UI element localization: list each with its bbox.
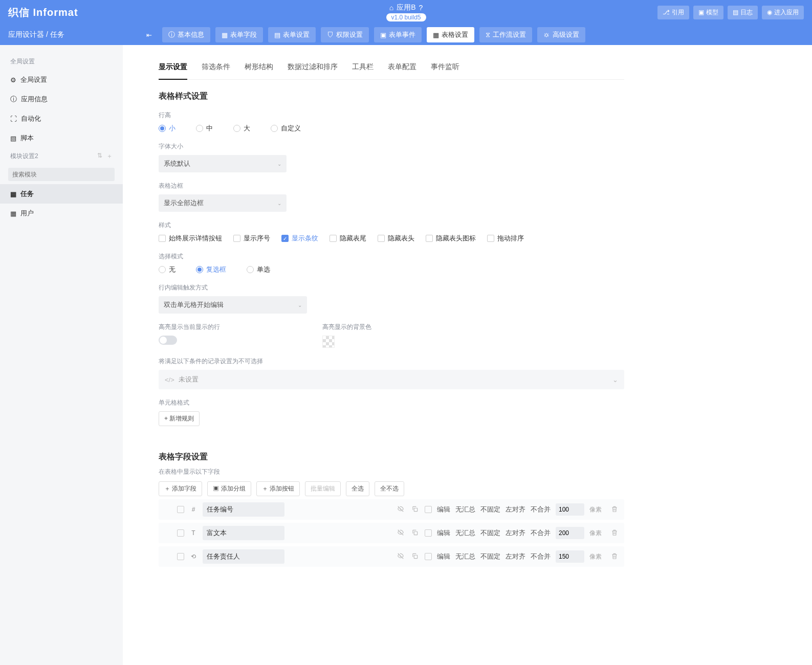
font-size-select[interactable]: 系统默认⌄ (159, 155, 287, 172)
row-height-custom[interactable]: 自定义 (271, 124, 301, 133)
sidebar-item-user[interactable]: ▦用户 (0, 204, 123, 223)
model-button[interactable]: ▣模型 (693, 6, 723, 19)
home-icon[interactable]: ⌂ (389, 4, 393, 12)
add-field-button[interactable]: ＋ 添加字段 (159, 481, 202, 496)
row-checkbox[interactable] (177, 529, 184, 537)
border-select[interactable]: 显示全部边框⌄ (159, 194, 287, 212)
fixed-select[interactable]: 不固定 (480, 528, 500, 538)
row-height-small[interactable]: 小 (159, 124, 175, 133)
sort-icon[interactable]: ⇅ (97, 152, 102, 161)
edit-checkbox[interactable] (425, 506, 432, 513)
merge-select[interactable]: 不合并 (531, 552, 551, 561)
subtab-tree[interactable]: 树形结构 (245, 57, 273, 79)
search-input[interactable] (8, 168, 115, 181)
summary-select[interactable]: 无汇总 (455, 505, 475, 514)
highlight-row-toggle[interactable] (159, 336, 177, 345)
sidebar-item-appinfo[interactable]: ⓘ应用信息 (0, 90, 123, 109)
version-pill[interactable]: v1.0 build5 (386, 13, 426, 21)
table-row[interactable]: ⋮⋮⟲任务责任人编辑无汇总不固定左对齐不合并像素 (159, 546, 624, 567)
help-icon[interactable]: ? (419, 4, 423, 12)
sidebar-item-global[interactable]: ⚙全局设置 (0, 70, 123, 90)
sidebar-item-automation[interactable]: ⛶自动化 (0, 109, 123, 128)
subtab-formcfg[interactable]: 表单配置 (388, 57, 416, 79)
subtab-filter[interactable]: 筛选条件 (202, 57, 230, 79)
copy-icon[interactable] (410, 505, 420, 514)
add-group-button[interactable]: ▣ 添加分组 (207, 481, 251, 496)
color-picker[interactable] (322, 336, 335, 348)
row-checkbox[interactable] (177, 553, 184, 560)
eye-off-icon[interactable] (396, 505, 405, 514)
fixed-select[interactable]: 不固定 (480, 505, 500, 514)
subtab-datasort[interactable]: 数据过滤和排序 (288, 57, 338, 79)
eye-off-icon[interactable] (396, 529, 405, 538)
field-name[interactable]: 富文本 (203, 526, 284, 540)
app-name[interactable]: 应用B (397, 3, 415, 12)
deselect-all-button[interactable]: 全不选 (375, 481, 404, 496)
table-row[interactable]: ⋮⋮T富文本编辑无汇总不固定左对齐不合并像素 (159, 523, 624, 543)
tab-permission[interactable]: ⛉权限设置 (321, 27, 369, 42)
condition-select[interactable]: </> 未设置 ⌄ (159, 370, 624, 389)
summary-select[interactable]: 无汇总 (455, 528, 475, 538)
row-height-medium[interactable]: 中 (196, 124, 213, 133)
log-button[interactable]: ▤日志 (728, 6, 758, 19)
summary-select[interactable]: 无汇总 (455, 552, 475, 561)
delete-icon[interactable] (610, 529, 619, 538)
cb-hide-header[interactable]: 隐藏表头 (378, 234, 414, 243)
eye-off-icon[interactable] (396, 552, 405, 561)
copy-icon[interactable] (410, 552, 420, 561)
row-height-large[interactable]: 大 (233, 124, 250, 133)
tab-basic[interactable]: ⓘ基本信息 (162, 27, 210, 42)
cb-detail-btn[interactable]: 始终展示详情按钮 (159, 234, 222, 243)
inline-edit-select[interactable]: 双击单元格开始编辑⌄ (159, 296, 307, 314)
tab-advanced[interactable]: ⛭高级设置 (537, 27, 585, 42)
tab-workflow[interactable]: ⧖工作流设置 (479, 27, 532, 42)
selmode-checkbox[interactable]: 复选框 (196, 265, 226, 274)
cb-drag-sort[interactable]: 拖动排序 (487, 234, 524, 243)
cb-show-index[interactable]: 显示序号 (233, 234, 270, 243)
row-checkbox[interactable] (177, 506, 184, 513)
cb-show-stripe[interactable]: ✓显示条纹 (281, 234, 318, 243)
field-name[interactable]: 任务责任人 (203, 549, 284, 564)
cb-hide-footer[interactable]: 隐藏表尾 (330, 234, 366, 243)
subtab-display[interactable]: 显示设置 (159, 57, 187, 80)
tab-form-fields[interactable]: ▦表单字段 (215, 27, 263, 42)
sidebar-item-task[interactable]: ▦任务 (0, 184, 123, 204)
inline-edit-label: 行内编辑触发方式 (159, 283, 624, 292)
svg-rect-1 (414, 531, 417, 535)
width-input[interactable] (556, 550, 584, 563)
table-row[interactable]: ⋮⋮#任务编号编辑无汇总不固定左对齐不合并像素 (159, 499, 624, 520)
tab-form-events[interactable]: ▣表单事件 (374, 27, 422, 42)
width-input[interactable] (556, 503, 584, 516)
tab-form-settings[interactable]: ▤表单设置 (268, 27, 316, 42)
merge-select[interactable]: 不合并 (531, 505, 551, 514)
subtab-events[interactable]: 事件监听 (431, 57, 459, 79)
chevron-down-icon: ⌄ (612, 376, 618, 384)
ref-button[interactable]: ⎇引用 (657, 6, 689, 19)
enter-app-button[interactable]: ◉进入应用 (762, 6, 804, 19)
width-input[interactable] (556, 527, 584, 539)
align-select[interactable]: 左对齐 (506, 552, 525, 561)
subtab-toolbar[interactable]: 工具栏 (352, 57, 374, 79)
delete-icon[interactable] (610, 505, 619, 514)
align-select[interactable]: 左对齐 (506, 505, 525, 514)
field-name[interactable]: 任务编号 (203, 502, 284, 517)
sidebar-item-script[interactable]: ▧脚本 (0, 128, 123, 148)
plus-icon[interactable]: ＋ (106, 152, 113, 161)
edit-checkbox[interactable] (425, 529, 432, 537)
add-rule-button[interactable]: + 新增规则 (159, 411, 200, 426)
tab-table-settings[interactable]: ▦表格设置 (427, 27, 474, 42)
select-all-button[interactable]: 全选 (346, 481, 369, 496)
cb-hide-hdr-icon[interactable]: 隐藏表头图标 (426, 234, 476, 243)
add-btn-button[interactable]: ＋ 添加按钮 (256, 481, 300, 496)
copy-icon[interactable] (410, 529, 420, 538)
info-icon: ⓘ (168, 30, 175, 39)
selmode-none[interactable]: 无 (159, 265, 175, 274)
edit-checkbox[interactable] (425, 553, 432, 560)
collapse-icon[interactable]: ⇤ (146, 31, 152, 39)
selmode-radio[interactable]: 单选 (247, 265, 270, 274)
align-select[interactable]: 左对齐 (506, 528, 525, 538)
merge-select[interactable]: 不合并 (531, 528, 551, 538)
fixed-select[interactable]: 不固定 (480, 552, 500, 561)
delete-icon[interactable] (610, 552, 619, 561)
table-icon: ▦ (433, 31, 439, 39)
